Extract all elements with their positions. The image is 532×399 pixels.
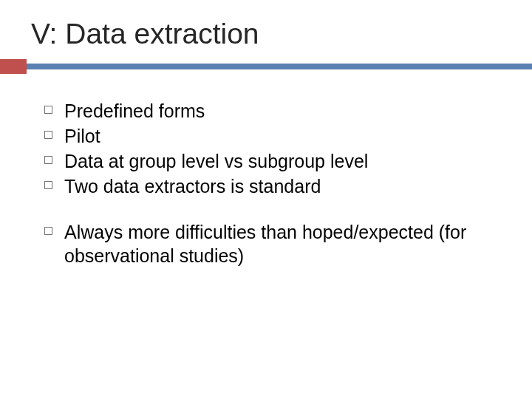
list-item-text: Always more difficulties than hoped/expe… bbox=[64, 220, 499, 267]
slide-title: V: Data extraction bbox=[27, 18, 505, 55]
bullet-icon bbox=[44, 227, 52, 235]
list-item: Predefined forms bbox=[44, 99, 499, 123]
bullet-icon bbox=[44, 131, 52, 139]
list-item: Always more difficulties than hoped/expe… bbox=[44, 220, 499, 267]
list-item: Pilot bbox=[44, 124, 499, 148]
bullet-icon bbox=[44, 106, 52, 114]
bullet-group: Predefined forms Pilot Data at group lev… bbox=[44, 99, 499, 198]
bullet-icon bbox=[44, 156, 52, 164]
slide-body: Predefined forms Pilot Data at group lev… bbox=[27, 99, 499, 267]
list-item-text: Predefined forms bbox=[64, 99, 205, 123]
bullet-group: Always more difficulties than hoped/expe… bbox=[44, 220, 499, 267]
bullet-icon bbox=[44, 181, 52, 189]
list-item-text: Data at group level vs subgroup level bbox=[64, 149, 368, 173]
list-item-text: Pilot bbox=[64, 124, 100, 148]
title-rule bbox=[27, 59, 505, 72]
rule-bar bbox=[0, 64, 532, 69]
list-item: Data at group level vs subgroup level bbox=[44, 149, 499, 173]
rule-accent bbox=[0, 59, 27, 74]
list-item: Two data extractors is standard bbox=[44, 174, 499, 198]
slide: V: Data extraction Predefined forms Pilo… bbox=[0, 0, 532, 399]
list-item-text: Two data extractors is standard bbox=[64, 174, 321, 198]
